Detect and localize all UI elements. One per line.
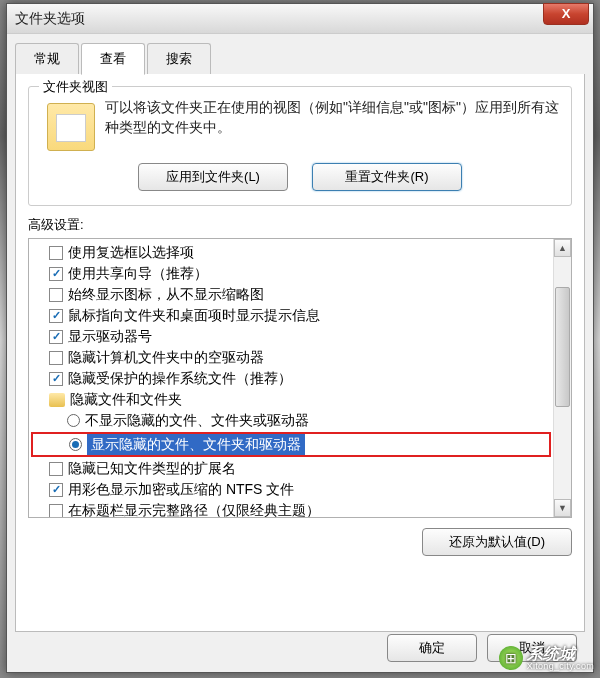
checkbox-icon[interactable] bbox=[49, 351, 63, 365]
tab-search[interactable]: 搜索 bbox=[147, 43, 211, 74]
folder-options-dialog: 文件夹选项 X 常规 查看 搜索 文件夹视图 可以将该文件夹正在使用的视图（例如… bbox=[6, 3, 594, 673]
ok-button[interactable]: 确定 bbox=[387, 634, 477, 662]
tree-item[interactable]: 不显示隐藏的文件、文件夹或驱动器 bbox=[31, 410, 551, 431]
window-title: 文件夹选项 bbox=[15, 10, 85, 28]
folder-icon bbox=[49, 393, 65, 407]
checkbox-icon[interactable] bbox=[49, 246, 63, 260]
tree-item[interactable]: 显示驱动器号 bbox=[31, 326, 551, 347]
checkbox-icon[interactable] bbox=[49, 462, 63, 476]
tree-item[interactable]: 隐藏文件和文件夹 bbox=[31, 389, 551, 410]
folder-view-group: 文件夹视图 可以将该文件夹正在使用的视图（例如"详细信息"或"图标"）应用到所有… bbox=[28, 86, 572, 206]
tree-item[interactable]: 始终显示图标，从不显示缩略图 bbox=[31, 284, 551, 305]
radio-icon[interactable] bbox=[67, 414, 80, 427]
tree-item-label: 用彩色显示加密或压缩的 NTFS 文件 bbox=[68, 479, 294, 500]
tree-item-label: 隐藏计算机文件夹中的空驱动器 bbox=[68, 347, 264, 368]
folder-view-icon bbox=[47, 103, 95, 151]
folder-view-desc: 可以将该文件夹正在使用的视图（例如"详细信息"或"图标"）应用到所有这种类型的文… bbox=[105, 97, 559, 151]
dialog-buttons: 确定 取消 bbox=[23, 634, 577, 662]
reset-folders-button[interactable]: 重置文件夹(R) bbox=[312, 163, 462, 191]
scroll-up-button[interactable]: ▲ bbox=[554, 239, 571, 257]
checkbox-icon[interactable] bbox=[49, 288, 63, 302]
watermark-main: 系统城 bbox=[527, 645, 594, 663]
tree-item[interactable]: 隐藏计算机文件夹中的空驱动器 bbox=[31, 347, 551, 368]
checkbox-icon[interactable] bbox=[49, 372, 63, 386]
tab-strip: 常规 查看 搜索 bbox=[15, 43, 585, 75]
checkbox-icon[interactable] bbox=[49, 309, 63, 323]
tab-view[interactable]: 查看 bbox=[81, 43, 145, 75]
tree-item[interactable]: 鼠标指向文件夹和桌面项时显示提示信息 bbox=[31, 305, 551, 326]
tree-item[interactable]: 用彩色显示加密或压缩的 NTFS 文件 bbox=[31, 479, 551, 500]
tree-item-label: 不显示隐藏的文件、文件夹或驱动器 bbox=[85, 410, 309, 431]
checkbox-icon[interactable] bbox=[49, 330, 63, 344]
checkbox-icon[interactable] bbox=[49, 483, 63, 497]
tree-item-label: 使用复选框以选择项 bbox=[68, 242, 194, 263]
restore-defaults-button[interactable]: 还原为默认值(D) bbox=[422, 528, 572, 556]
advanced-treeview: 使用复选框以选择项使用共享向导（推荐）始终显示图标，从不显示缩略图鼠标指向文件夹… bbox=[28, 238, 572, 518]
checkbox-icon[interactable] bbox=[49, 267, 63, 281]
close-button[interactable]: X bbox=[543, 3, 589, 25]
folder-view-legend: 文件夹视图 bbox=[39, 78, 112, 96]
tree-item[interactable]: 显示隐藏的文件、文件夹和驱动器 bbox=[31, 432, 551, 457]
tree-item[interactable]: 使用共享向导（推荐） bbox=[31, 263, 551, 284]
tree-item-label: 使用共享向导（推荐） bbox=[68, 263, 208, 284]
checkbox-icon[interactable] bbox=[49, 504, 63, 518]
tree-item-label: 隐藏文件和文件夹 bbox=[70, 389, 182, 410]
tree-item-label: 显示隐藏的文件、文件夹和驱动器 bbox=[87, 434, 305, 455]
tree-item[interactable]: 使用复选框以选择项 bbox=[31, 242, 551, 263]
tree-item-label: 在标题栏显示完整路径（仅限经典主题） bbox=[68, 500, 320, 517]
tree-item-label: 显示驱动器号 bbox=[68, 326, 152, 347]
watermark: ⊞ 系统城 Xitong_city.com bbox=[499, 645, 594, 672]
radio-icon[interactable] bbox=[69, 438, 82, 451]
tree-item-label: 始终显示图标，从不显示缩略图 bbox=[68, 284, 264, 305]
titlebar[interactable]: 文件夹选项 X bbox=[7, 4, 593, 34]
tree-item-label: 隐藏受保护的操作系统文件（推荐） bbox=[68, 368, 292, 389]
watermark-sub: Xitong_city.com bbox=[527, 662, 594, 672]
tree-item-label: 隐藏已知文件类型的扩展名 bbox=[68, 458, 236, 479]
watermark-logo-icon: ⊞ bbox=[499, 646, 523, 670]
scroll-thumb[interactable] bbox=[555, 287, 570, 407]
scroll-down-button[interactable]: ▼ bbox=[554, 499, 571, 517]
dialog-content: 常规 查看 搜索 文件夹视图 可以将该文件夹正在使用的视图（例如"详细信息"或"… bbox=[7, 34, 593, 640]
tab-panel-view: 文件夹视图 可以将该文件夹正在使用的视图（例如"详细信息"或"图标"）应用到所有… bbox=[15, 74, 585, 632]
apply-to-folders-button[interactable]: 应用到文件夹(L) bbox=[138, 163, 288, 191]
scrollbar: ▲ ▼ bbox=[553, 239, 571, 517]
scroll-track[interactable] bbox=[554, 257, 571, 499]
tree-item[interactable]: 隐藏受保护的操作系统文件（推荐） bbox=[31, 368, 551, 389]
tree-item[interactable]: 在标题栏显示完整路径（仅限经典主题） bbox=[31, 500, 551, 517]
tree-item[interactable]: 隐藏已知文件类型的扩展名 bbox=[31, 458, 551, 479]
tree-content[interactable]: 使用复选框以选择项使用共享向导（推荐）始终显示图标，从不显示缩略图鼠标指向文件夹… bbox=[29, 239, 553, 517]
tab-general[interactable]: 常规 bbox=[15, 43, 79, 74]
advanced-label: 高级设置: bbox=[28, 216, 572, 234]
tree-item-label: 鼠标指向文件夹和桌面项时显示提示信息 bbox=[68, 305, 320, 326]
